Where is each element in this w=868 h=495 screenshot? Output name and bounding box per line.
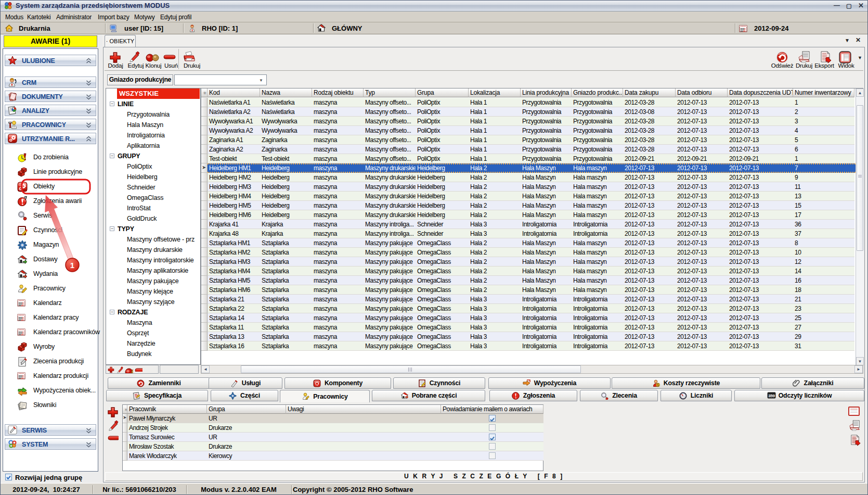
svg-text:359: 359 — [768, 393, 775, 398]
svg-text:$: $ — [657, 383, 659, 387]
svg-text:1: 1 — [70, 261, 74, 270]
